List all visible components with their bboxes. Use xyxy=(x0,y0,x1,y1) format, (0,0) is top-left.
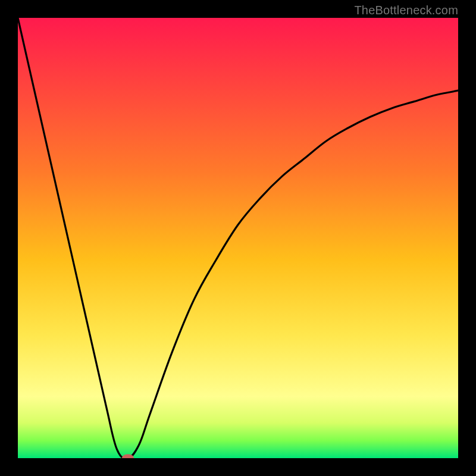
curve-layer xyxy=(18,18,458,458)
outer-frame: TheBottleneck.com xyxy=(0,0,476,476)
bottleneck-curve xyxy=(18,18,458,458)
plot-area xyxy=(18,18,458,458)
watermark-text: TheBottleneck.com xyxy=(354,4,458,17)
